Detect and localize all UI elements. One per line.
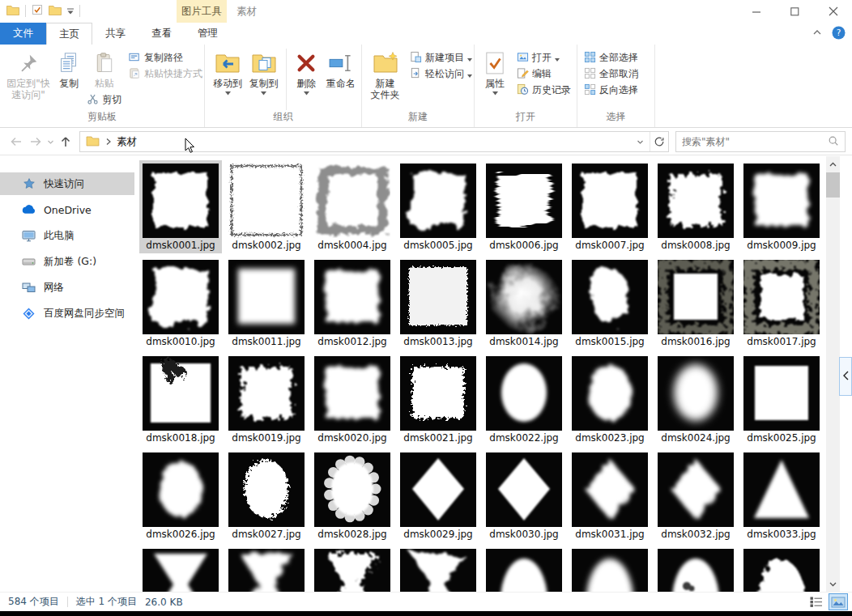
copy-button[interactable]: 复制 [52,47,87,89]
file-item-dmsk0019.jpg[interactable]: dmsk0019.jpg [225,353,308,446]
file-item-dmsk0033.jpg[interactable]: dmsk0033.jpg [740,449,823,542]
move-to-button[interactable]: 移动到 [210,47,245,96]
up-button[interactable] [56,132,75,151]
file-item-row5-34[interactable] [311,546,394,592]
file-item-row5-33[interactable] [225,546,308,592]
paste-shortcut-button[interactable]: 粘贴快捷方式 [129,67,202,81]
thumbnail-view-button[interactable] [829,593,848,610]
breadcrumb[interactable]: 素材 [79,131,669,152]
rename-button[interactable]: 重命名 [322,47,360,89]
file-item-row5-37[interactable] [569,546,651,592]
new-item-button[interactable]: 新建项目 [410,51,472,65]
close-button[interactable] [814,0,852,23]
qat-properties-icon[interactable] [32,4,43,18]
search-icon[interactable] [828,135,839,149]
tab-file[interactable]: 文件 [0,23,46,45]
scroll-up-icon[interactable] [826,157,840,171]
file-item-dmsk0007.jpg[interactable]: dmsk0007.jpg [569,160,651,253]
file-item-dmsk0026.jpg[interactable]: dmsk0026.jpg [139,449,222,542]
sidebar-item-1[interactable]: OneDrive [0,198,134,221]
qat-folder-icon[interactable] [6,5,19,18]
file-name: dmsk0013.jpg [403,336,472,348]
sidebar-item-3[interactable]: 新加卷 (G:) [0,250,134,273]
vertical-scrollbar[interactable] [826,156,840,592]
file-item-dmsk0018.jpg[interactable]: dmsk0018.jpg [139,353,222,446]
tab-home[interactable]: 主页 [46,23,92,45]
file-item-dmsk0011.jpg[interactable]: dmsk0011.jpg [225,257,308,350]
scrollbar-thumb[interactable] [826,172,840,198]
delete-button[interactable]: 删除 [291,47,322,96]
cut-button[interactable]: 剪切 [87,93,121,107]
tab-manage[interactable]: 管理 [185,23,231,45]
file-item-dmsk0028.jpg[interactable]: dmsk0028.jpg [311,449,394,542]
file-item-dmsk0023.jpg[interactable]: dmsk0023.jpg [569,353,651,446]
search-input[interactable] [682,136,828,147]
help-icon[interactable]: ? [832,26,846,42]
file-item-dmsk0002.jpg[interactable]: dmsk0002.jpg [225,160,308,253]
collapse-ribbon-icon[interactable] [812,28,822,40]
tab-view[interactable]: 查看 [138,23,185,45]
maximize-button[interactable] [776,0,814,23]
sidebar-item-5[interactable]: 百度网盘同步空间 [0,302,134,325]
easy-access-button[interactable]: 轻松访问 [410,67,472,81]
file-item-dmsk0009.jpg[interactable]: dmsk0009.jpg [740,160,823,253]
qat-customize-caret-icon[interactable] [67,6,74,17]
edit-button[interactable]: 编辑 [517,67,571,81]
file-item-dmsk0024.jpg[interactable]: dmsk0024.jpg [654,353,737,446]
minimize-button[interactable] [738,0,776,23]
file-item-dmsk0025.jpg[interactable]: dmsk0025.jpg [740,353,823,446]
file-item-dmsk0021.jpg[interactable]: dmsk0021.jpg [397,353,479,446]
new-folder-button[interactable]: 新建文件夹 [367,47,403,100]
copy-to-button[interactable]: 复制到 [245,47,281,96]
file-item-dmsk0010.jpg[interactable]: dmsk0010.jpg [139,257,222,350]
sidebar-item-4[interactable]: 网络 [0,276,134,299]
file-item-dmsk0005.jpg[interactable]: dmsk0005.jpg [397,160,479,253]
properties-button[interactable]: 属性 [479,47,510,96]
file-item-dmsk0020.jpg[interactable]: dmsk0020.jpg [311,353,394,446]
file-item-dmsk0008.jpg[interactable]: dmsk0008.jpg [654,160,737,253]
file-item-dmsk0006.jpg[interactable]: dmsk0006.jpg [483,160,565,253]
file-item-row5-36[interactable] [483,546,565,592]
file-item-dmsk0017.jpg[interactable]: dmsk0017.jpg [740,257,823,350]
pin-to-quick-access-button[interactable]: 固定到"快速访问" [5,47,52,100]
file-item-dmsk0032.jpg[interactable]: dmsk0032.jpg [654,449,737,542]
forward-button[interactable] [26,132,45,151]
copy-path-button[interactable]: 复制路径 [129,51,202,65]
refresh-icon[interactable] [650,132,668,151]
back-button[interactable] [6,132,26,151]
history-button[interactable]: 历史记录 [517,83,571,97]
invert-selection-button[interactable]: 反向选择 [584,83,638,97]
qat-new-folder-icon[interactable] [49,5,62,18]
details-view-button[interactable] [807,593,826,610]
contextual-tab-picture-tools[interactable]: 图片工具 [177,0,227,23]
file-item-dmsk0030.jpg[interactable]: dmsk0030.jpg [483,449,565,542]
file-item-dmsk0015.jpg[interactable]: dmsk0015.jpg [569,257,651,350]
file-item-dmsk0014.jpg[interactable]: dmsk0014.jpg [483,257,565,350]
tab-share[interactable]: 共享 [92,23,138,45]
file-item-dmsk0012.jpg[interactable]: dmsk0012.jpg [311,257,394,350]
file-item-dmsk0029.jpg[interactable]: dmsk0029.jpg [397,449,479,542]
file-item-row5-39[interactable] [740,546,823,592]
sidebar-item-0[interactable]: 快速访问 [0,172,134,195]
file-item-row5-38[interactable] [654,546,737,592]
breadcrumb-folder-name[interactable]: 素材 [117,135,137,149]
file-item-row5-32[interactable] [139,546,222,592]
select-all-button[interactable]: 全部选择 [584,51,638,65]
address-dropdown-icon[interactable] [631,132,650,151]
file-item-row5-35[interactable] [397,546,479,592]
file-item-dmsk0031.jpg[interactable]: dmsk0031.jpg [569,449,651,542]
scroll-down-icon[interactable] [826,577,840,591]
file-item-dmsk0027.jpg[interactable]: dmsk0027.jpg [225,449,308,542]
file-item-dmsk0001.jpg[interactable]: dmsk0001.jpg [139,160,222,253]
file-item-dmsk0016.jpg[interactable]: dmsk0016.jpg [654,257,737,350]
file-item-dmsk0004.jpg[interactable]: dmsk0004.jpg [311,160,394,253]
collapse-pane-button[interactable] [839,357,852,396]
file-item-dmsk0022.jpg[interactable]: dmsk0022.jpg [483,353,565,446]
open-button[interactable]: 打开 [517,51,571,65]
file-name: dmsk0022.jpg [489,432,558,444]
paste-button[interactable]: 粘贴 [93,47,116,89]
file-item-dmsk0013.jpg[interactable]: dmsk0013.jpg [397,257,479,350]
select-none-button[interactable]: 全部取消 [584,67,638,81]
sidebar-item-2[interactable]: 此电脑 [0,224,134,247]
recent-locations-caret-icon[interactable] [45,132,56,151]
